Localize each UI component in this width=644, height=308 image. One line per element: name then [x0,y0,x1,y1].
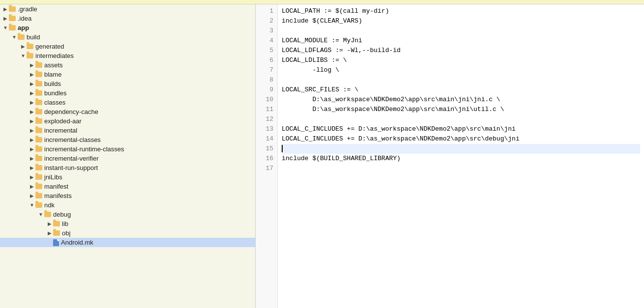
line-number: 5 [260,46,273,56]
code-line[interactable] [282,164,640,173]
arrow-icon [29,109,35,114]
folder-icon [35,72,42,77]
file-icon [53,239,59,246]
line-number: 8 [260,75,273,85]
arrow-icon [29,174,35,180]
code-line[interactable]: LOCAL_LDFLAGS := -Wl,--build-id [282,46,640,56]
tree-item-builds[interactable]: builds [0,79,255,88]
tree-item-ndk[interactable]: ndk [0,200,255,210]
folder-icon [18,34,25,40]
tree-item-label: app [18,24,29,31]
tree-item-classes[interactable]: classes [0,98,255,107]
tree-item-bundles[interactable]: bundles [0,88,255,98]
tree-item-debug[interactable]: debug [0,210,255,219]
folder-icon [35,118,42,124]
code-panel[interactable]: 1234567891011121314151617 LOCAL_PATH := … [256,4,644,308]
tree-item-label: dependency-cache [44,108,98,115]
arrow-icon [29,184,35,189]
arrow-icon [2,16,9,21]
tree-item-generated[interactable]: generated [0,42,255,51]
line-number: 10 [260,95,273,105]
tree-item-label: ndk [44,201,55,209]
arrow-icon [29,128,35,133]
tree-item-obj[interactable]: obj [0,228,255,238]
file-tree-panel[interactable]: .gradle.ideaappbuildgeneratedintermediat… [0,4,256,308]
code-line[interactable]: LOCAL_C_INCLUDES += D:\as_workspace\NDKD… [282,124,640,134]
tree-item-idea[interactable]: .idea [0,14,255,23]
folder-icon [27,53,33,58]
folder-icon [35,137,42,142]
folder-icon [35,184,42,189]
code-line[interactable]: D:\as_workspace\NDKDemo2\app\src\main\jn… [282,105,640,114]
line-number: 17 [260,164,273,173]
folder-icon [27,44,33,49]
folder-icon [35,109,42,114]
arrow-icon [29,156,35,161]
tree-item-lib[interactable]: lib [0,219,255,228]
tree-item-manifest[interactable]: manifest [0,182,255,191]
code-line[interactable]: LOCAL_LDLIBS := \ [282,56,640,65]
arrow-icon [29,100,35,105]
code-line[interactable]: LOCAL_MODULE := MyJni [282,36,640,46]
folder-icon [9,16,16,21]
arrow-icon [29,81,35,86]
code-line[interactable] [282,26,640,36]
tree-item-assets[interactable]: assets [0,60,255,70]
tree-item-build[interactable]: build [0,32,255,42]
tree-item-label: incremental-runtime-classes [44,145,124,153]
tree-item-label: build [27,33,40,41]
folder-icon [35,156,42,161]
tree-item-app[interactable]: app [0,23,255,32]
line-numbers: 1234567891011121314151617 [256,4,278,308]
arrow-icon [29,62,35,68]
code-line[interactable] [282,114,640,124]
tree-item-incremental-runtime-classes[interactable]: incremental-runtime-classes [0,144,255,154]
tree-item-label: Android.mk [61,239,93,246]
tree-item-instant-run-support[interactable]: instant-run-support [0,163,255,172]
arrow-icon [29,90,35,96]
folder-icon [53,221,60,226]
folder-icon [35,146,42,152]
arrow-icon [2,25,9,30]
code-line[interactable] [282,75,640,85]
tree-item-exploded-aar[interactable]: exploded-aar [0,116,255,126]
tree-item-manifests[interactable]: manifests [0,191,255,200]
code-content: 1234567891011121314151617 LOCAL_PATH := … [256,4,644,308]
tree-item-label: .gradle [18,5,37,13]
arrow-icon [29,118,35,124]
code-line[interactable]: -llog \ [282,65,640,75]
tree-item-intermediates[interactable]: intermediates [0,51,255,60]
arrow-icon [2,6,9,12]
tree-item-label: .idea [18,15,31,22]
tree-item-incremental-verifier[interactable]: incremental-verifier [0,154,255,163]
code-line[interactable]: include $(CLEAR_VARS) [282,16,640,26]
folder-icon [35,174,42,180]
arrow-icon [29,202,35,208]
code-lines[interactable]: LOCAL_PATH := $(call my-dir)include $(CL… [278,4,644,308]
code-line[interactable] [282,144,640,154]
tree-item-label: blame [44,71,61,78]
line-number: 16 [260,154,273,164]
tree-item-label: manifest [44,183,68,190]
code-line[interactable]: D:\as_workspace\NDKDemo2\app\src\main\jn… [282,95,640,105]
tree-item-label: incremental-classes [44,136,101,143]
tree-item-blame[interactable]: blame [0,70,255,79]
tree-item-label: obj [62,229,70,237]
code-line[interactable]: include $(BUILD_SHARED_LIBRARY) [282,154,640,164]
code-line[interactable]: LOCAL_C_INCLUDES += D:\as_workspace\NDKD… [282,134,640,144]
tree-item-incremental[interactable]: incremental [0,126,255,135]
tree-item-gradle[interactable]: .gradle [0,4,255,14]
tree-item-android-mk[interactable]: Android.mk [0,238,255,247]
line-number: 6 [260,56,273,65]
tree-item-label: instant-run-support [44,164,98,171]
code-line[interactable]: LOCAL_PATH := $(call my-dir) [282,6,640,16]
line-number: 9 [260,85,273,95]
folder-icon [35,128,42,133]
tree-item-dependency-cache[interactable]: dependency-cache [0,107,255,116]
arrow-icon [46,221,53,226]
arrow-icon [29,72,35,77]
tree-item-jniLibs[interactable]: jniLibs [0,172,255,182]
arrow-icon [20,53,27,58]
tree-item-incremental-classes[interactable]: incremental-classes [0,135,255,144]
code-line[interactable]: LOCAL_SRC_FILES := \ [282,85,640,95]
